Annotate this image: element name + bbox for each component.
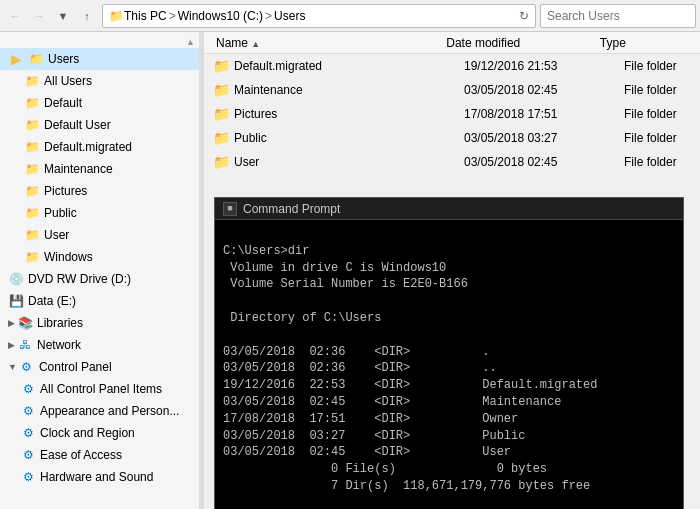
sidebar: ▲ ▶ 📁 Users 📁 All Users 📁 Default 📁 Defa… (0, 32, 200, 509)
pictures-icon: 📁 (24, 183, 40, 199)
sidebar-item-pictures[interactable]: 📁 Pictures (0, 180, 199, 202)
file-folder-icon: 📁 (212, 105, 230, 123)
sidebar-label-datae: Data (E:) (28, 294, 76, 308)
sidebar-item-libraries[interactable]: ▶ 📚 Libraries (0, 312, 199, 334)
sidebar-item-default[interactable]: 📁 Default (0, 92, 199, 114)
cmd-line: 0 File(s) 0 bytes (223, 461, 675, 478)
sidebar-item-user[interactable]: 📁 User (0, 224, 199, 246)
cmd-line (223, 293, 675, 310)
sidebar-label-pictures: Pictures (44, 184, 87, 198)
path-sep2: > (265, 9, 272, 23)
col-header-date[interactable]: Date modified (442, 36, 596, 50)
sidebar-label-defaultmigrated: Default.migrated (44, 140, 132, 154)
cmd-line (223, 327, 675, 344)
sidebar-item-users[interactable]: ▶ 📁 Users (0, 48, 199, 70)
public-icon: 📁 (24, 205, 40, 221)
cmd-line (223, 226, 675, 243)
sidebar-item-allcpitems[interactable]: ⚙ All Control Panel Items (0, 378, 199, 400)
cmd-line: 17/08/2018 17:51 <DIR> Owner (223, 411, 675, 428)
up-button[interactable]: ↑ (76, 5, 98, 27)
forward-button[interactable]: → (28, 5, 50, 27)
file-type: File folder (624, 59, 677, 73)
sidebar-item-appearance[interactable]: ⚙ Appearance and Person... (0, 400, 199, 422)
default-icon: 📁 (24, 95, 40, 111)
recent-button[interactable]: ▼ (52, 5, 74, 27)
sidebar-label-easeaccess: Ease of Access (40, 448, 122, 462)
sidebar-item-controlpanel[interactable]: ▼ ⚙ Control Panel (0, 356, 199, 378)
file-name: Public (234, 131, 464, 145)
sort-arrow: ▲ (251, 39, 260, 49)
sidebar-label-allusers: All Users (44, 74, 92, 88)
sidebar-label-hardware: Hardware and Sound (40, 470, 153, 484)
sidebar-label-users: Users (48, 52, 79, 66)
cmd-line: 7 Dir(s) 118,671,179,776 bytes free (223, 478, 675, 495)
sidebar-item-easeaccess[interactable]: ⚙ Ease of Access (0, 444, 199, 466)
folder-icon: ▶ (8, 51, 24, 67)
table-row[interactable]: 📁 Public 03/05/2018 03:27 File folder (204, 126, 700, 150)
col-date-label: Date modified (446, 36, 520, 50)
sidebar-item-hardware[interactable]: ⚙ Hardware and Sound (0, 466, 199, 488)
table-row[interactable]: 📁 Maintenance 03/05/2018 02:45 File fold… (204, 78, 700, 102)
sidebar-item-defaultuser[interactable]: 📁 Default User (0, 114, 199, 136)
back-button[interactable]: ← (4, 5, 26, 27)
col-type-label: Type (600, 36, 626, 50)
sidebar-label-network: Network (37, 338, 81, 352)
sidebar-item-dvd[interactable]: 💿 DVD RW Drive (D:) (0, 268, 199, 290)
sidebar-item-network[interactable]: ▶ 🖧 Network (0, 334, 199, 356)
file-date: 03/05/2018 02:45 (464, 155, 624, 169)
sidebar-item-windows[interactable]: 📁 Windows (0, 246, 199, 268)
address-bar[interactable]: 📁 This PC > Windows10 (C:) > Users ↻ (102, 4, 536, 28)
cmd-line: 03/05/2018 02:45 <DIR> User (223, 444, 675, 461)
cmd-line: C:\Users>dir (223, 243, 675, 260)
file-type: File folder (624, 83, 677, 97)
sidebar-item-datae[interactable]: 💾 Data (E:) (0, 290, 199, 312)
cmd-window[interactable]: ■ Command Prompt C:\Users>dir Volume in … (214, 197, 684, 509)
sidebar-item-allusers[interactable]: 📁 All Users (0, 70, 199, 92)
file-folder-icon: 📁 (212, 129, 230, 147)
col-header-type[interactable]: Type (596, 36, 692, 50)
file-name: Default.migrated (234, 59, 464, 73)
file-name: User (234, 155, 464, 169)
file-date: 19/12/2016 21:53 (464, 59, 624, 73)
cmd-content: C:\Users>dir Volume in drive C is Window… (215, 220, 683, 509)
defaultuser-icon: 📁 (24, 117, 40, 133)
sidebar-item-maintenance[interactable]: 📁 Maintenance (0, 158, 199, 180)
titlebar: ← → ▼ ↑ 📁 This PC > Windows10 (C:) > Use… (0, 0, 700, 32)
path-sep1: > (169, 9, 176, 23)
cmd-line: 19/12/2016 22:53 <DIR> Default.migrated (223, 377, 675, 394)
content-area: Name ▲ Date modified Type 📁 Default.migr… (204, 32, 700, 509)
sidebar-label-allcpitems: All Control Panel Items (40, 382, 162, 396)
users-folder-icon: 📁 (28, 51, 44, 67)
cmd-line (223, 495, 675, 509)
sidebar-label-dvd: DVD RW Drive (D:) (28, 272, 131, 286)
path-thispc: This PC (124, 9, 167, 23)
main-layout: ▲ ▶ 📁 Users 📁 All Users 📁 Default 📁 Defa… (0, 32, 700, 509)
cmd-icon: ■ (223, 202, 237, 216)
cmd-line: 03/05/2018 02:36 <DIR> .. (223, 360, 675, 377)
sidebar-label-defaultuser: Default User (44, 118, 111, 132)
easeaccess-icon: ⚙ (20, 447, 36, 463)
libraries-arrow: ▶ (8, 318, 15, 328)
network-icon: 🖧 (17, 337, 33, 353)
column-headers: Name ▲ Date modified Type (204, 32, 700, 54)
table-row[interactable]: 📁 Default.migrated 19/12/2016 21:53 File… (204, 54, 700, 78)
file-name: Pictures (234, 107, 464, 121)
cmd-line: Directory of C:\Users (223, 310, 675, 327)
col-name-label: Name (216, 36, 248, 50)
search-input[interactable] (540, 4, 696, 28)
sidebar-label-user: User (44, 228, 69, 242)
sidebar-item-defaultmigrated[interactable]: 📁 Default.migrated (0, 136, 199, 158)
cmd-line: 03/05/2018 02:45 <DIR> Maintenance (223, 394, 675, 411)
file-type: File folder (624, 107, 677, 121)
sidebar-item-public[interactable]: 📁 Public (0, 202, 199, 224)
nav-buttons: ← → ▼ ↑ (4, 5, 98, 27)
refresh-button[interactable]: ↻ (519, 9, 529, 23)
table-row[interactable]: 📁 Pictures 17/08/2018 17:51 File folder (204, 102, 700, 126)
col-header-name[interactable]: Name ▲ (212, 36, 442, 50)
sidebar-item-clockregion[interactable]: ⚙ Clock and Region (0, 422, 199, 444)
allusers-icon: 📁 (24, 73, 40, 89)
sidebar-label-default: Default (44, 96, 82, 110)
controlpanel-icon: ⚙ (19, 359, 35, 375)
cmd-line: Volume in drive C is Windows10 (223, 260, 675, 277)
table-row[interactable]: 📁 User 03/05/2018 02:45 File folder (204, 150, 700, 174)
